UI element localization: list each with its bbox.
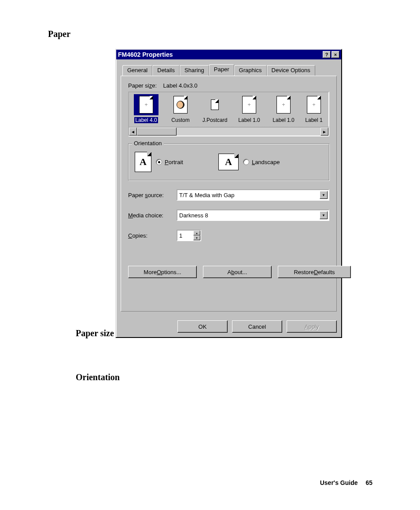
paper-size-list[interactable]: + Label 4.0 Custom J.Postcard + Label 1.… [128, 92, 329, 128]
tab-general[interactable]: General [122, 65, 152, 76]
paper-item-label: Custom [171, 117, 189, 123]
paper-item-label: Label 1.0 [273, 117, 294, 123]
paper-size-value: Label 4.0x3.0 [163, 82, 198, 89]
page-icon: + [276, 96, 291, 114]
chevron-down-icon[interactable]: ▼ [320, 211, 328, 219]
paper-size-label: Paper size: [128, 82, 157, 89]
spinner-down-icon[interactable]: ▼ [193, 235, 200, 240]
cancel-button[interactable]: Cancel [232, 320, 282, 333]
paper-item-label: Label 1.0 [238, 117, 260, 123]
dialog-title: FM4602 Properties [118, 51, 173, 58]
landscape-label: Landscape [252, 159, 280, 165]
more-options-button[interactable]: More Options... [128, 266, 197, 278]
copies-label: Copies: [128, 232, 177, 239]
footer-page-number: 65 [365, 479, 372, 486]
portrait-label: Portrait [165, 159, 183, 165]
footer-label: User's Guide [320, 479, 358, 486]
titlebar[interactable]: FM4602 Properties ? × [116, 50, 341, 59]
tab-device-options[interactable]: Device Options [267, 65, 315, 76]
media-choice-value: Darkness 8 [179, 212, 208, 219]
chevron-down-icon[interactable]: ▼ [320, 191, 328, 199]
ok-button[interactable]: OK [177, 320, 228, 333]
scroll-right-icon[interactable]: ► [321, 128, 328, 136]
about-button[interactable]: About... [203, 266, 272, 278]
paper-item-custom[interactable]: Custom [163, 93, 198, 127]
tab-paper[interactable]: Paper [209, 64, 234, 75]
scroll-thumb[interactable] [137, 128, 177, 136]
paper-list-scrollbar[interactable]: ◄ ► [128, 127, 329, 136]
media-choice-combo[interactable]: Darkness 8 ▼ [177, 209, 329, 221]
heading-orientation: Orientation [76, 372, 120, 382]
landscape-icon: A [218, 154, 239, 170]
apply-button[interactable]: Apply [287, 320, 337, 333]
tab-details[interactable]: Details [152, 65, 180, 76]
paper-item-label40[interactable]: + Label 4.0 [129, 93, 163, 127]
copies-spinner[interactable]: 1 ▲ ▼ [177, 230, 201, 241]
paper-source-combo[interactable]: T/T & Media with Gap ▼ [177, 189, 329, 201]
landscape-radio[interactable]: Landscape [243, 159, 280, 165]
paper-source-label: Paper source: [128, 192, 177, 198]
portrait-icon: A [135, 152, 151, 172]
paper-item-label1[interactable]: + Label 1 [301, 93, 327, 127]
paper-item-jpostcard[interactable]: J.Postcard [198, 93, 232, 127]
paper-item-label10b[interactable]: + Label 1.0 [266, 93, 301, 127]
page-icon: + [307, 96, 321, 114]
close-icon[interactable]: × [332, 51, 339, 58]
custom-icon [173, 96, 188, 114]
page-footer: User's Guide 65 [320, 479, 372, 486]
spinner-up-icon[interactable]: ▲ [193, 231, 200, 235]
heading-paper-size: Paper size [76, 328, 114, 338]
radio-dot-icon [156, 159, 162, 165]
portrait-radio[interactable]: Portrait [156, 159, 183, 165]
paper-item-label: J.Postcard [203, 117, 228, 123]
radio-dot-icon [243, 159, 249, 165]
scroll-track[interactable] [137, 128, 321, 136]
tab-graphics[interactable]: Graphics [234, 65, 267, 76]
page-icon [211, 99, 219, 110]
heading-paper: Paper [48, 29, 70, 39]
restore-defaults-button[interactable]: Restore Defaults [278, 266, 351, 278]
paper-item-label: Label 4.0 [134, 117, 158, 123]
paper-item-label: Label 1 [305, 117, 322, 123]
tab-strip: General Details Sharing Paper Graphics D… [122, 65, 337, 76]
paper-source-value: T/T & Media with Gap [179, 192, 234, 198]
tab-sharing[interactable]: Sharing [180, 65, 209, 76]
copies-value: 1 [179, 232, 182, 239]
orientation-legend: Orientation [132, 140, 164, 147]
tab-panel-paper: Paper size: Label 4.0x3.0 + Label 4.0 Cu… [121, 76, 337, 312]
paper-item-label10a[interactable]: + Label 1.0 [232, 93, 266, 127]
page-icon: + [139, 96, 153, 114]
orientation-group: Orientation A Portrait A Landscape [128, 143, 329, 180]
page-icon: + [242, 96, 256, 114]
help-icon[interactable]: ? [323, 51, 331, 58]
scroll-left-icon[interactable]: ◄ [129, 128, 137, 136]
media-choice-label: Media choice: [128, 212, 177, 219]
properties-dialog: FM4602 Properties ? × General Details Sh… [115, 49, 342, 338]
